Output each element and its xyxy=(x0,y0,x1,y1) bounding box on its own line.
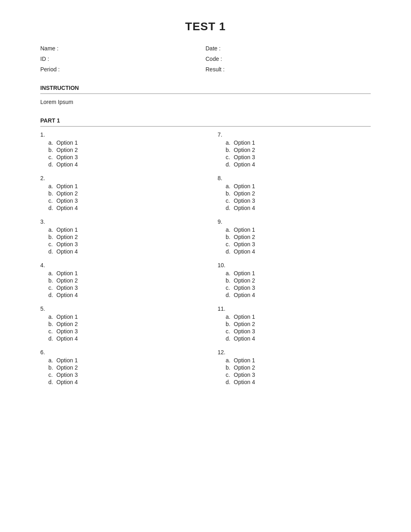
header-field-code: Code : xyxy=(206,56,371,62)
question-5-number: 5. xyxy=(40,305,193,312)
question-11-number: 11. xyxy=(218,305,371,312)
list-item: a.Option 1 xyxy=(226,314,371,320)
questions-right: 7. a.Option 1 b.Option 2 c.Option 3 d.Op… xyxy=(218,131,371,393)
option-letter: b. xyxy=(48,147,56,153)
question-2-number: 2. xyxy=(40,175,193,181)
list-item: a.Option 1 xyxy=(48,227,193,233)
list-item: d.Option 4 xyxy=(226,161,371,168)
period-label: Period : xyxy=(40,66,60,73)
question-11-options: a.Option 1 b.Option 2 c.Option 3 d.Optio… xyxy=(218,314,371,342)
question-9-number: 9. xyxy=(218,218,371,225)
list-item: c.Option 3 xyxy=(226,372,371,378)
question-6-options: a.Option 1 b.Option 2 c.Option 3 d.Optio… xyxy=(40,357,193,385)
part1-section: PART 1 1. a.Option 1 b.Option 2 c.Option… xyxy=(40,117,371,393)
list-item: b.Option 2 xyxy=(48,147,193,153)
list-item: c.Option 3 xyxy=(226,328,371,335)
question-5-options: a.Option 1 b.Option 2 c.Option 3 d.Optio… xyxy=(40,314,193,342)
list-item: d.Option 4 xyxy=(226,205,371,211)
question-5: 5. a.Option 1 b.Option 2 c.Option 3 d.Op… xyxy=(40,305,193,342)
question-7: 7. a.Option 1 b.Option 2 c.Option 3 d.Op… xyxy=(218,131,371,168)
header-field-id: ID : xyxy=(40,56,206,62)
list-item: a.Option 1 xyxy=(226,183,371,189)
question-6-number: 6. xyxy=(40,349,193,355)
question-10: 10. a.Option 1 b.Option 2 c.Option 3 d.O… xyxy=(218,262,371,298)
page: TEST 1 Name : Date : ID : Code : Period … xyxy=(0,0,411,532)
question-7-number: 7. xyxy=(218,131,371,138)
list-item: c.Option 3 xyxy=(226,241,371,247)
question-9: 9. a.Option 1 b.Option 2 c.Option 3 d.Op… xyxy=(218,218,371,255)
instruction-text: Lorem Ipsum xyxy=(40,99,371,105)
header-field-result: Result : xyxy=(206,66,371,73)
list-item: a.Option 1 xyxy=(48,270,193,276)
list-item: c.Option 3 xyxy=(226,154,371,160)
list-item: a.Option 1 xyxy=(48,139,193,146)
list-item: b.Option 2 xyxy=(48,277,193,284)
list-item: c.Option 3 xyxy=(226,197,371,204)
list-item: b.Option 2 xyxy=(226,321,371,327)
list-item: d.Option 4 xyxy=(226,379,371,385)
list-item: c.Option 3 xyxy=(48,241,193,247)
list-item: c.Option 3 xyxy=(48,328,193,335)
question-1: 1. a.Option 1 b.Option 2 c.Option 3 d.Op… xyxy=(40,131,193,168)
question-8-number: 8. xyxy=(218,175,371,181)
list-item: d.Option 4 xyxy=(48,335,193,342)
question-4-number: 4. xyxy=(40,262,193,268)
list-item: d.Option 4 xyxy=(226,292,371,298)
list-item: c.Option 3 xyxy=(48,285,193,291)
list-item: b.Option 2 xyxy=(48,190,193,197)
question-11: 11. a.Option 1 b.Option 2 c.Option 3 d.O… xyxy=(218,305,371,342)
instruction-divider xyxy=(40,94,371,94)
list-item: c.Option 3 xyxy=(48,197,193,204)
list-item: d.Option 4 xyxy=(48,161,193,168)
list-item: d.Option 4 xyxy=(226,335,371,342)
option-text: Option 2 xyxy=(56,147,78,153)
list-item: b.Option 2 xyxy=(48,364,193,371)
question-1-number: 1. xyxy=(40,131,193,138)
result-label: Result : xyxy=(206,66,224,73)
question-12: 12. a.Option 1 b.Option 2 c.Option 3 d.O… xyxy=(218,349,371,385)
list-item: d.Option 4 xyxy=(48,292,193,298)
question-3-number: 3. xyxy=(40,218,193,225)
question-4-options: a.Option 1 b.Option 2 c.Option 3 d.Optio… xyxy=(40,270,193,298)
header-field-name: Name : xyxy=(40,45,206,52)
list-item: a.Option 1 xyxy=(226,139,371,146)
questions-left: 1. a.Option 1 b.Option 2 c.Option 3 d.Op… xyxy=(40,131,193,393)
date-label: Date : xyxy=(206,45,220,52)
option-letter: c. xyxy=(48,154,56,160)
question-4: 4. a.Option 1 b.Option 2 c.Option 3 d.Op… xyxy=(40,262,193,298)
list-item: a.Option 1 xyxy=(226,357,371,364)
question-2-options: a.Option 1 b.Option 2 c.Option 3 d.Optio… xyxy=(40,183,193,211)
question-2: 2. a.Option 1 b.Option 2 c.Option 3 d.Op… xyxy=(40,175,193,211)
list-item: a.Option 1 xyxy=(48,183,193,189)
header-field-period: Period : xyxy=(40,66,206,73)
list-item: b.Option 2 xyxy=(48,321,193,327)
option-text: Option 4 xyxy=(56,161,78,168)
question-9-options: a.Option 1 b.Option 2 c.Option 3 d.Optio… xyxy=(218,227,371,255)
question-8: 8. a.Option 1 b.Option 2 c.Option 3 d.Op… xyxy=(218,175,371,211)
option-text: Option 1 xyxy=(56,139,78,146)
list-item: b.Option 2 xyxy=(48,234,193,240)
question-10-options: a.Option 1 b.Option 2 c.Option 3 d.Optio… xyxy=(218,270,371,298)
question-12-options: a.Option 1 b.Option 2 c.Option 3 d.Optio… xyxy=(218,357,371,385)
option-letter: d. xyxy=(48,161,56,168)
name-label: Name : xyxy=(40,45,58,52)
header-grid: Name : Date : ID : Code : Period : Resul… xyxy=(40,45,371,73)
question-1-options: a.Option 1 b.Option 2 c.Option 3 d.Optio… xyxy=(40,139,193,168)
list-item: b.Option 2 xyxy=(226,190,371,197)
option-text: Option 3 xyxy=(56,154,78,160)
code-label: Code : xyxy=(206,56,222,62)
list-item: a.Option 1 xyxy=(48,314,193,320)
list-item: b.Option 2 xyxy=(226,234,371,240)
question-6: 6. a.Option 1 b.Option 2 c.Option 3 d.Op… xyxy=(40,349,193,385)
question-12-number: 12. xyxy=(218,349,371,355)
list-item: d.Option 4 xyxy=(226,248,371,255)
list-item: d.Option 4 xyxy=(48,379,193,385)
list-item: d.Option 4 xyxy=(48,205,193,211)
list-item: d.Option 4 xyxy=(48,248,193,255)
questions-grid: 1. a.Option 1 b.Option 2 c.Option 3 d.Op… xyxy=(40,131,371,393)
question-8-options: a.Option 1 b.Option 2 c.Option 3 d.Optio… xyxy=(218,183,371,211)
list-item: c.Option 3 xyxy=(226,285,371,291)
list-item: b.Option 2 xyxy=(226,277,371,284)
list-item: b.Option 2 xyxy=(226,364,371,371)
question-10-number: 10. xyxy=(218,262,371,268)
